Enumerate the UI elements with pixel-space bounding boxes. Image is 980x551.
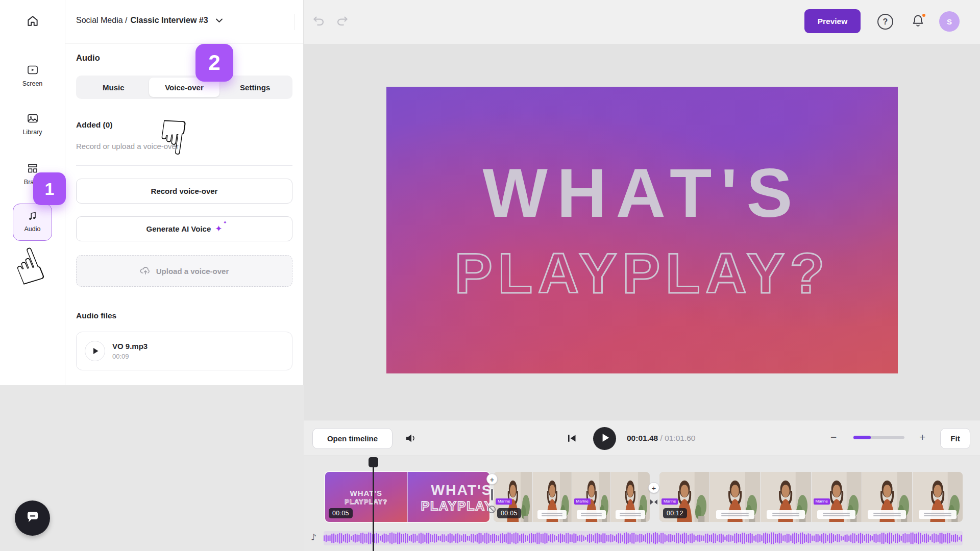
file-name: VO 9.mp3 [112, 342, 148, 350]
canvas-area: WHAT'S PLAYPLAY? [304, 44, 980, 420]
file-meta: VO 9.mp3 00:09 [112, 342, 148, 360]
timeline-clip-video-1[interactable]: MarineMarine 00:05 [494, 472, 650, 522]
undo-icon [312, 22, 326, 30]
tab-music[interactable]: Music [78, 78, 149, 97]
audio-waveform-track[interactable] [324, 531, 963, 545]
home-icon [26, 14, 39, 29]
timeline-video-frame[interactable] [913, 472, 963, 522]
sidebar-item-audio[interactable]: Audio [0, 210, 65, 233]
speaker-name-tag: Marine [814, 498, 830, 505]
time-display: 00:01.48 / 01:01.60 [627, 434, 695, 443]
avatar[interactable]: S [939, 11, 960, 32]
breadcrumb-section: Social Media / [76, 16, 128, 25]
subtitle-caption [919, 510, 957, 519]
tutorial-step-1-badge: 1 [33, 172, 66, 205]
notifications-button[interactable] [909, 13, 926, 30]
speaker-name-tag: Marine [662, 498, 678, 505]
clip-duration-badge: 00:05 [497, 508, 521, 518]
play-file-button[interactable] [85, 341, 105, 361]
clip-frames: MarineMarine [659, 472, 963, 522]
upload-voice-over-label: Upload a voice-over [156, 267, 229, 276]
chevron-down-icon[interactable] [216, 18, 223, 23]
upload-voice-over-button[interactable]: Upload a voice-over [76, 255, 292, 287]
home-button[interactable] [22, 11, 43, 32]
volume-button[interactable] [405, 432, 418, 446]
video-preview[interactable]: WHAT'S PLAYPLAY? [386, 87, 898, 373]
video-title-line2: PLAYPLAY? [454, 245, 829, 302]
play-button[interactable] [593, 427, 616, 450]
zoom-in-button[interactable]: + [919, 431, 925, 443]
speaker-name-tag: Marine [574, 498, 591, 505]
breadcrumb[interactable]: Social Media / Classic Interview #3 [76, 16, 223, 25]
hint-divider [76, 165, 292, 166]
timeline-video-frame[interactable]: Marine [572, 472, 611, 522]
audio-panel: Social Media / Classic Interview #3 Audi… [65, 0, 304, 385]
add-clip-button[interactable]: + [648, 482, 659, 493]
panel-title: Audio [76, 53, 100, 63]
record-voice-over-button[interactable]: Record voice-over [76, 179, 292, 204]
sidebar-item-screen[interactable]: Screen [0, 64, 65, 87]
clip-duration-badge: 00:05 [329, 508, 353, 518]
generate-ai-voice-label: Generate AI Voice [146, 224, 211, 233]
help-button[interactable]: ? [877, 14, 893, 30]
sparkle-icon: ✦✦ [215, 224, 222, 233]
timeline-clip-title[interactable]: WHAT'SPLAYPLAY?WHAT'SPLAYPLAY? 00:05 [325, 472, 489, 522]
subtitle-caption [868, 510, 906, 519]
clip-boundary-handle[interactable] [491, 488, 494, 501]
sidebar-item-label: Screen [22, 80, 43, 87]
timeline-video-frame[interactable]: Marine [812, 472, 862, 522]
preview-button[interactable]: Preview [804, 9, 861, 33]
screen-icon [27, 64, 39, 78]
playhead-handle[interactable] [369, 457, 378, 467]
timeline-video-frame[interactable] [710, 472, 761, 522]
speaker-name-tag: Marine [496, 498, 512, 505]
tab-settings[interactable]: Settings [219, 78, 290, 97]
no-transition-icon[interactable] [487, 505, 496, 515]
sidebar-item-label: Audio [24, 226, 41, 233]
skip-to-start-button[interactable] [566, 432, 578, 446]
audio-file-card[interactable]: VO 9.mp3 00:09 [76, 332, 292, 370]
transition-icon[interactable] [650, 499, 658, 507]
timeline-title-frame[interactable]: WHAT'SPLAYPLAY? [408, 472, 490, 522]
bell-icon [912, 21, 924, 29]
subtitle-caption [817, 510, 855, 519]
current-time: 00:01.48 [627, 434, 658, 442]
timeline-video-frame[interactable] [862, 472, 913, 522]
timeline-zoom-slider[interactable] [853, 436, 904, 439]
redo-button[interactable] [335, 14, 349, 30]
generate-ai-voice-button[interactable]: Generate AI Voice ✦✦ [76, 216, 292, 241]
zoom-slider-fill [853, 436, 871, 439]
timeline-video-frame[interactable] [611, 472, 650, 522]
audio-tabs: Music Voice-over Settings [76, 76, 292, 99]
library-icon [27, 112, 39, 126]
sidebar-item-library[interactable]: Library [0, 112, 65, 136]
timeline-video-frame[interactable] [761, 472, 811, 522]
audio-note-icon [27, 210, 38, 223]
playhead-line [373, 458, 374, 551]
audio-track-icon: ♪ [311, 532, 316, 542]
tutorial-step-2-badge: 2 [195, 44, 233, 82]
subtitle-caption [716, 510, 754, 519]
top-bar: Preview ? S [304, 0, 980, 44]
play-icon [92, 347, 99, 355]
subtitle-caption [537, 510, 567, 519]
subtitle-caption [577, 510, 606, 519]
add-clip-button[interactable]: + [486, 473, 498, 485]
video-title-line1: WHAT'S [483, 159, 802, 228]
fit-button[interactable]: Fit [940, 428, 970, 449]
sidebar-item-label: Library [22, 129, 42, 136]
redo-icon [335, 22, 349, 30]
timeline: WHAT'SPLAYPLAY?WHAT'SPLAYPLAY? 00:05 Mar… [304, 456, 980, 551]
support-chat-button[interactable] [15, 500, 50, 536]
total-duration: 01:01.60 [665, 434, 695, 442]
clip-duration-badge: 00:12 [663, 508, 687, 518]
undo-button[interactable] [312, 14, 326, 30]
app-window: Screen Library Brand Audio Social Media … [0, 0, 980, 551]
play-icon [601, 433, 610, 444]
timeline-clip-video-2[interactable]: MarineMarine 00:12 [659, 472, 963, 522]
open-timeline-button[interactable]: Open timeline [312, 428, 393, 449]
header-divider [295, 14, 295, 30]
timeline-video-frame[interactable] [533, 472, 572, 522]
time-separator: / [658, 434, 665, 442]
zoom-out-button[interactable]: − [830, 431, 837, 443]
